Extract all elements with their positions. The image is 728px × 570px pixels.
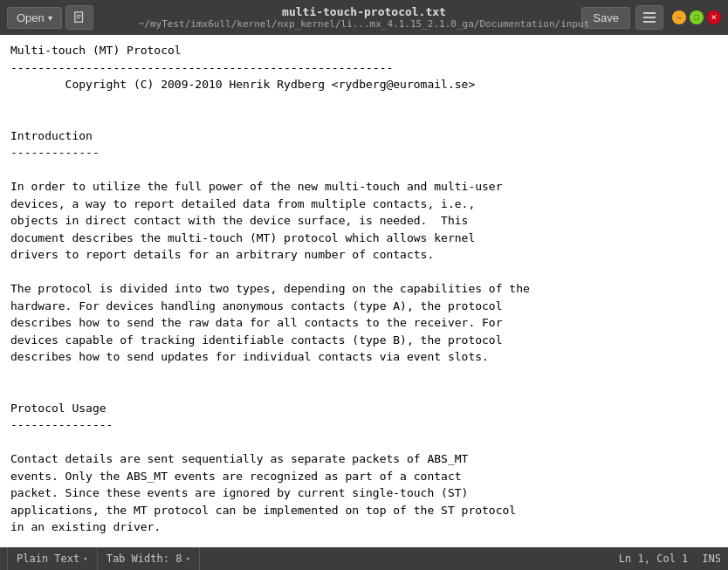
symbol-button[interactable] [65,5,93,30]
window-controls: – □ ✕ [672,10,721,24]
minimize-button[interactable]: – [672,10,686,24]
chevron-down-icon: ▾ [48,13,52,23]
document-icon [73,10,86,24]
tab-width-section[interactable]: Tab Width: 8 ▾ [98,547,200,570]
file-title: multi-touch-protocol.txt [139,5,590,18]
statusbar: Plain Text ▾ Tab Width: 8 ▾ Ln 1, Col 1 … [0,547,728,570]
maximize-button[interactable]: □ [690,10,704,24]
titlebar-left: Open ▾ [7,5,93,30]
titlebar-right: Save – □ ✕ [581,5,721,30]
chevron-down-icon: ▾ [185,554,189,563]
plain-text-dropdown[interactable]: Plain Text ▾ [17,553,88,565]
editor-content[interactable]: Multi-touch (MT) Protocol --------------… [0,35,728,547]
open-button[interactable]: Open ▾ [7,7,62,29]
titlebar: Open ▾ multi-touch-protocol.txt ~/myTest… [0,0,728,35]
editor-area: Multi-touch (MT) Protocol --------------… [0,35,728,547]
tab-width-dropdown[interactable]: Tab Width: 8 ▾ [106,553,190,565]
ins-label: INS [702,553,721,565]
close-button[interactable]: ✕ [707,10,721,24]
plain-text-section[interactable]: Plain Text ▾ [7,547,98,570]
position-label: Ln 1, Col 1 [619,553,688,565]
file-path: ~/myTest/imx6ull/kernel/nxp_kernel/li...… [139,18,590,30]
tab-width-label: Tab Width: 8 [106,553,182,565]
titlebar-center: multi-touch-protocol.txt ~/myTest/imx6ul… [139,5,590,30]
hamburger-icon [640,9,659,26]
status-right: Ln 1, Col 1 INS [619,553,721,565]
hamburger-menu-button[interactable] [635,5,663,30]
chevron-down-icon: ▾ [83,554,87,563]
plain-text-label: Plain Text [17,553,79,565]
open-label: Open [17,11,45,24]
